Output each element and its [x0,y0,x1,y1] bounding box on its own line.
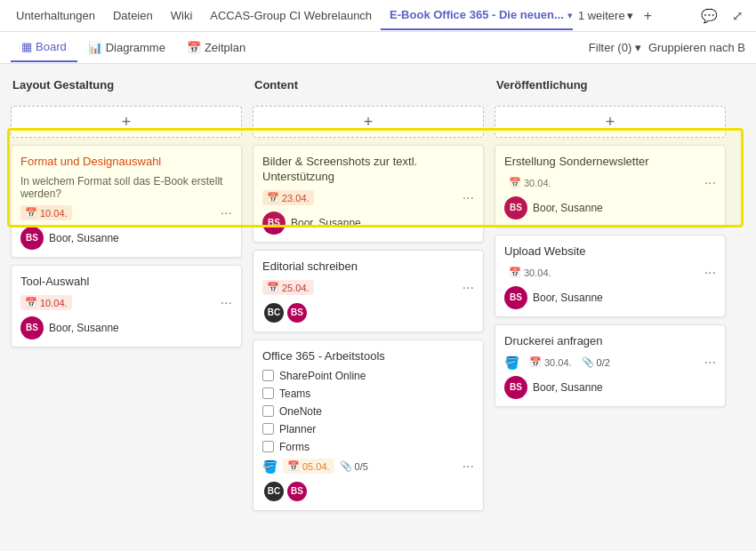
avatar: BS [262,212,286,235]
checkbox-forms: Forms [262,441,474,453]
card-date: 📅 25.04. [262,280,314,295]
checkbox-label: Planner [279,423,316,435]
subnav-board[interactable]: ▦ Board [11,33,77,62]
attach-icon: 📎 [582,356,594,368]
card-title: Bilder & Screenshots zur textl. Unterstü… [262,155,474,185]
column-veroeffentlichung: Veröffentlichung + Erstellung Sondernews… [495,75,726,540]
checkbox-planner: Planner [262,423,474,435]
card-footer: 🪣 📅 05.04. 📎 0/5 ··· [262,459,474,475]
checkbox-label: Forms [279,441,310,453]
card-assignee-row: BS Boor, Susanne [262,212,474,235]
avatar: BS [504,376,527,399]
card-options-button[interactable]: ··· [462,280,474,296]
nav-ebook[interactable]: E-Book Office 365 - Die neuen... [381,1,573,30]
card-options-button[interactable]: ··· [462,459,474,475]
filter-chevron-icon: ▾ [635,41,641,54]
card-date: 📅 23.04. [262,190,314,205]
checkbox-sharepoint: SharePoint Online [262,370,474,382]
calendar-small-icon: 📅 [267,192,279,204]
sub-navigation: ▦ Board 📊 Diagramme 📅 Zeitplan Filter (0… [0,32,756,64]
card-editorial: Editorial schreiben 📅 25.04. ··· BC BS [253,250,484,332]
chat-icon[interactable]: 💬 [696,4,723,28]
avatar: BS [20,227,44,250]
avatar-bc: BC [262,301,286,324]
calendar-icon: 📅 [187,41,201,54]
board-wrapper: Layout Gestaltung + Format und Designaus… [0,64,756,551]
nav-accas[interactable]: ACCAS-Group CI Webrelaunch [201,2,381,29]
card-assignee-row: BS Boor, Susanne [20,316,232,339]
card-bilder-screenshots: Bilder & Screenshots zur textl. Unterstü… [253,145,484,243]
card-title: Editorial schreiben [262,260,474,275]
checkbox-box[interactable] [262,387,274,399]
card-options-button[interactable]: ··· [704,355,716,371]
board-icon: ▦ [21,40,32,53]
column-content-header: Content [253,75,484,99]
card-avatar-group: BC BS [262,301,474,324]
assignee-name: Boor, Susanne [49,232,119,244]
checkbox-box[interactable] [262,423,274,435]
card-avatar-group: BC BS [262,480,474,503]
card-title: Upload Website [504,244,716,260]
nav-dateien[interactable]: Dateien [104,2,162,29]
card-options-button[interactable]: ··· [704,265,716,281]
card-meta: 📅 25.04. ··· [262,280,474,296]
checkbox-box[interactable] [262,405,274,417]
card-meta: 📅 23.04. ··· [262,190,474,206]
card-assignee-row: BS Boor, Susanne [504,196,716,220]
card-format-designauswahl: Format und Designauswahl In welchem Form… [11,145,242,258]
checkbox-onenote: OneNote [262,405,474,418]
group-button[interactable]: Gruppieren nach B [648,41,745,54]
card-date: 📅 10.04. [20,295,72,310]
nav-add-tab[interactable]: + [639,1,657,31]
card-office365: Office 365 - Arbeitstools SharePoint Onl… [253,339,484,511]
card-options-button[interactable]: ··· [221,205,232,221]
card-options-button[interactable]: ··· [221,295,232,311]
avatar: BS [20,316,44,339]
checkbox-box[interactable] [262,370,274,381]
checkbox-label: Teams [279,387,310,400]
calendar-small-icon: 📅 [267,282,279,293]
bucket-icon: 🪣 [504,355,519,370]
card-title: Office 365 - Arbeitstools [262,349,474,364]
card-subtitle: In welchem Format soll das E-Book erstel… [20,175,232,200]
calendar-small-icon: 📅 [25,207,37,219]
card-date: 📅 30.04. [525,355,576,370]
card-options-button[interactable]: ··· [462,190,474,206]
subnav-zeitplan[interactable]: 📅 Zeitplan [176,34,256,61]
filter-button[interactable]: Filter (0) ▾ [589,41,641,54]
checkbox-teams: Teams [262,387,474,400]
nav-wiki[interactable]: Wiki [162,2,202,29]
calendar-small-icon: 📅 [529,356,542,368]
card-title: Tool-Auswahl [20,275,232,290]
attach-info: 📎 0/5 [340,460,368,472]
assignee-name: Boor, Susanne [533,291,603,304]
card-sondernewsletter: Erstellung Sondernewsletter 📅 30.04. ···… [495,145,726,228]
calendar-small-icon: 📅 [509,177,521,188]
card-meta: 📅 30.04. ··· [504,175,716,191]
subnav-diagramme[interactable]: 📊 Diagramme [77,34,176,61]
add-card-content[interactable]: + [253,106,484,138]
calendar-small-icon: 📅 [509,267,521,278]
card-title: Druckerei anfragen [504,334,716,349]
nav-more[interactable]: 1 weitere ▾ [573,2,639,29]
expand-icon[interactable]: ⤢ [727,4,749,28]
column-layout: Layout Gestaltung + Format und Designaus… [11,75,242,540]
calendar-small-icon: 📅 [25,297,37,308]
checkbox-box[interactable] [262,441,274,452]
add-card-veroeffentlichung[interactable]: + [495,106,726,138]
card-options-button[interactable]: ··· [704,175,716,191]
card-date: 📅 30.04. [504,175,556,190]
avatar-bs: BS [286,480,309,503]
card-title: Format und Designauswahl [20,155,232,170]
card-title: Erstellung Sondernewsletter [504,155,716,170]
checkbox-label: OneNote [279,405,322,418]
nav-unterhaltungen[interactable]: Unterhaltungen [7,2,104,29]
add-card-layout[interactable]: + [11,106,242,138]
card-assignee-row: BS Boor, Susanne [504,286,716,309]
card-meta: 📅 10.04. ··· [20,295,232,311]
attach-icon: 📎 [340,460,352,472]
avatar-bc: BC [262,480,286,503]
top-navigation: Unterhaltungen Dateien Wiki ACCAS-Group … [0,0,756,32]
card-tool-auswahl: Tool-Auswahl 📅 10.04. ··· BS Boor, Susan… [11,265,242,347]
card-upload-website: Upload Website 📅 30.04. ··· BS Boor, Sus… [495,235,726,317]
